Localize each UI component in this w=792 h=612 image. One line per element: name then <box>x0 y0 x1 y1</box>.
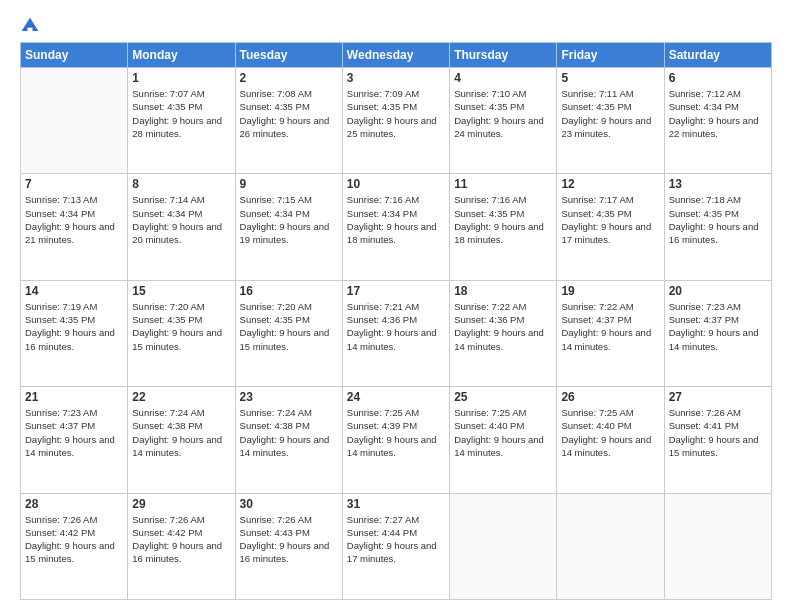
day-info: Sunrise: 7:22 AMSunset: 4:37 PMDaylight:… <box>561 300 659 353</box>
day-info: Sunrise: 7:26 AMSunset: 4:43 PMDaylight:… <box>240 513 338 566</box>
calendar-week-row: 28Sunrise: 7:26 AMSunset: 4:42 PMDayligh… <box>21 493 772 599</box>
day-info: Sunrise: 7:16 AMSunset: 4:34 PMDaylight:… <box>347 193 445 246</box>
day-info: Sunrise: 7:23 AMSunset: 4:37 PMDaylight:… <box>669 300 767 353</box>
calendar-cell: 6Sunrise: 7:12 AMSunset: 4:34 PMDaylight… <box>664 68 771 174</box>
calendar-cell: 18Sunrise: 7:22 AMSunset: 4:36 PMDayligh… <box>450 280 557 386</box>
calendar-cell: 8Sunrise: 7:14 AMSunset: 4:34 PMDaylight… <box>128 174 235 280</box>
day-number: 26 <box>561 390 659 404</box>
calendar-cell: 2Sunrise: 7:08 AMSunset: 4:35 PMDaylight… <box>235 68 342 174</box>
logo-icon <box>20 16 40 36</box>
calendar-cell: 10Sunrise: 7:16 AMSunset: 4:34 PMDayligh… <box>342 174 449 280</box>
day-info: Sunrise: 7:20 AMSunset: 4:35 PMDaylight:… <box>132 300 230 353</box>
day-number: 27 <box>669 390 767 404</box>
day-info: Sunrise: 7:23 AMSunset: 4:37 PMDaylight:… <box>25 406 123 459</box>
day-info: Sunrise: 7:17 AMSunset: 4:35 PMDaylight:… <box>561 193 659 246</box>
calendar-cell: 14Sunrise: 7:19 AMSunset: 4:35 PMDayligh… <box>21 280 128 386</box>
day-header-saturday: Saturday <box>664 43 771 68</box>
calendar-cell <box>450 493 557 599</box>
calendar-cell: 7Sunrise: 7:13 AMSunset: 4:34 PMDaylight… <box>21 174 128 280</box>
day-info: Sunrise: 7:20 AMSunset: 4:35 PMDaylight:… <box>240 300 338 353</box>
day-header-tuesday: Tuesday <box>235 43 342 68</box>
page: SundayMondayTuesdayWednesdayThursdayFrid… <box>0 0 792 612</box>
day-number: 4 <box>454 71 552 85</box>
calendar-cell <box>21 68 128 174</box>
day-number: 9 <box>240 177 338 191</box>
day-info: Sunrise: 7:10 AMSunset: 4:35 PMDaylight:… <box>454 87 552 140</box>
calendar-week-row: 14Sunrise: 7:19 AMSunset: 4:35 PMDayligh… <box>21 280 772 386</box>
calendar-cell: 13Sunrise: 7:18 AMSunset: 4:35 PMDayligh… <box>664 174 771 280</box>
day-number: 6 <box>669 71 767 85</box>
day-info: Sunrise: 7:18 AMSunset: 4:35 PMDaylight:… <box>669 193 767 246</box>
calendar-cell: 28Sunrise: 7:26 AMSunset: 4:42 PMDayligh… <box>21 493 128 599</box>
day-number: 2 <box>240 71 338 85</box>
day-header-friday: Friday <box>557 43 664 68</box>
day-number: 30 <box>240 497 338 511</box>
calendar-cell: 3Sunrise: 7:09 AMSunset: 4:35 PMDaylight… <box>342 68 449 174</box>
calendar-cell: 26Sunrise: 7:25 AMSunset: 4:40 PMDayligh… <box>557 387 664 493</box>
day-number: 25 <box>454 390 552 404</box>
calendar-cell: 12Sunrise: 7:17 AMSunset: 4:35 PMDayligh… <box>557 174 664 280</box>
day-number: 13 <box>669 177 767 191</box>
day-number: 29 <box>132 497 230 511</box>
day-info: Sunrise: 7:15 AMSunset: 4:34 PMDaylight:… <box>240 193 338 246</box>
calendar-cell: 16Sunrise: 7:20 AMSunset: 4:35 PMDayligh… <box>235 280 342 386</box>
calendar-cell: 25Sunrise: 7:25 AMSunset: 4:40 PMDayligh… <box>450 387 557 493</box>
calendar-cell: 1Sunrise: 7:07 AMSunset: 4:35 PMDaylight… <box>128 68 235 174</box>
calendar-cell: 24Sunrise: 7:25 AMSunset: 4:39 PMDayligh… <box>342 387 449 493</box>
day-number: 1 <box>132 71 230 85</box>
day-number: 18 <box>454 284 552 298</box>
day-info: Sunrise: 7:07 AMSunset: 4:35 PMDaylight:… <box>132 87 230 140</box>
day-number: 16 <box>240 284 338 298</box>
day-info: Sunrise: 7:13 AMSunset: 4:34 PMDaylight:… <box>25 193 123 246</box>
day-header-monday: Monday <box>128 43 235 68</box>
day-header-sunday: Sunday <box>21 43 128 68</box>
calendar-cell <box>557 493 664 599</box>
day-info: Sunrise: 7:08 AMSunset: 4:35 PMDaylight:… <box>240 87 338 140</box>
day-header-thursday: Thursday <box>450 43 557 68</box>
day-info: Sunrise: 7:14 AMSunset: 4:34 PMDaylight:… <box>132 193 230 246</box>
calendar-cell: 15Sunrise: 7:20 AMSunset: 4:35 PMDayligh… <box>128 280 235 386</box>
day-info: Sunrise: 7:25 AMSunset: 4:40 PMDaylight:… <box>561 406 659 459</box>
calendar-cell: 11Sunrise: 7:16 AMSunset: 4:35 PMDayligh… <box>450 174 557 280</box>
calendar-cell: 27Sunrise: 7:26 AMSunset: 4:41 PMDayligh… <box>664 387 771 493</box>
calendar-cell: 19Sunrise: 7:22 AMSunset: 4:37 PMDayligh… <box>557 280 664 386</box>
day-number: 7 <box>25 177 123 191</box>
day-info: Sunrise: 7:25 AMSunset: 4:39 PMDaylight:… <box>347 406 445 459</box>
day-number: 15 <box>132 284 230 298</box>
calendar-cell: 22Sunrise: 7:24 AMSunset: 4:38 PMDayligh… <box>128 387 235 493</box>
day-info: Sunrise: 7:09 AMSunset: 4:35 PMDaylight:… <box>347 87 445 140</box>
calendar-cell: 31Sunrise: 7:27 AMSunset: 4:44 PMDayligh… <box>342 493 449 599</box>
day-number: 28 <box>25 497 123 511</box>
day-number: 3 <box>347 71 445 85</box>
day-header-wednesday: Wednesday <box>342 43 449 68</box>
day-number: 19 <box>561 284 659 298</box>
calendar-cell: 5Sunrise: 7:11 AMSunset: 4:35 PMDaylight… <box>557 68 664 174</box>
day-number: 17 <box>347 284 445 298</box>
calendar-week-row: 7Sunrise: 7:13 AMSunset: 4:34 PMDaylight… <box>21 174 772 280</box>
day-number: 11 <box>454 177 552 191</box>
calendar-cell <box>664 493 771 599</box>
day-number: 22 <box>132 390 230 404</box>
calendar-table: SundayMondayTuesdayWednesdayThursdayFrid… <box>20 42 772 600</box>
logo <box>20 16 44 36</box>
day-number: 12 <box>561 177 659 191</box>
day-number: 24 <box>347 390 445 404</box>
day-number: 31 <box>347 497 445 511</box>
day-number: 14 <box>25 284 123 298</box>
day-info: Sunrise: 7:24 AMSunset: 4:38 PMDaylight:… <box>240 406 338 459</box>
day-number: 8 <box>132 177 230 191</box>
day-info: Sunrise: 7:12 AMSunset: 4:34 PMDaylight:… <box>669 87 767 140</box>
calendar-cell: 23Sunrise: 7:24 AMSunset: 4:38 PMDayligh… <box>235 387 342 493</box>
day-number: 5 <box>561 71 659 85</box>
calendar-cell: 30Sunrise: 7:26 AMSunset: 4:43 PMDayligh… <box>235 493 342 599</box>
day-number: 21 <box>25 390 123 404</box>
calendar-cell: 21Sunrise: 7:23 AMSunset: 4:37 PMDayligh… <box>21 387 128 493</box>
day-number: 20 <box>669 284 767 298</box>
calendar-cell: 4Sunrise: 7:10 AMSunset: 4:35 PMDaylight… <box>450 68 557 174</box>
day-info: Sunrise: 7:24 AMSunset: 4:38 PMDaylight:… <box>132 406 230 459</box>
day-info: Sunrise: 7:19 AMSunset: 4:35 PMDaylight:… <box>25 300 123 353</box>
svg-rect-1 <box>28 28 33 31</box>
calendar-cell: 20Sunrise: 7:23 AMSunset: 4:37 PMDayligh… <box>664 280 771 386</box>
calendar-week-row: 1Sunrise: 7:07 AMSunset: 4:35 PMDaylight… <box>21 68 772 174</box>
day-info: Sunrise: 7:26 AMSunset: 4:41 PMDaylight:… <box>669 406 767 459</box>
